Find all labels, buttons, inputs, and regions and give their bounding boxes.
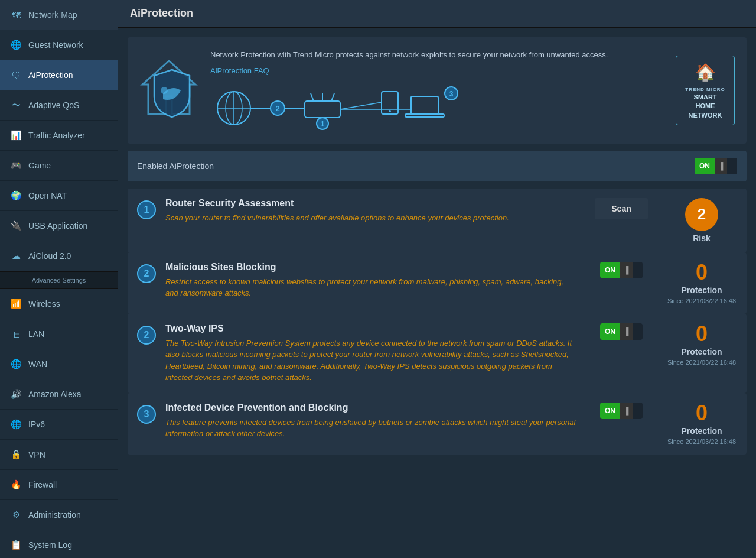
feature-cards: 1Router Security AssessmentScan your rou…	[128, 189, 747, 455]
toggle-on-1: ON	[600, 262, 620, 278]
feature-card-0: 1Router Security AssessmentScan your rou…	[128, 189, 747, 252]
main-content: AiProtection Network Protection with Tre…	[118, 0, 756, 558]
svg-text:3: 3	[449, 90, 454, 98]
sidebar-label-firewall: Firewall	[28, 480, 57, 489]
feature-body-3: Infected Device Prevention and BlockingT…	[165, 403, 576, 440]
toggle-off-3: ▐	[620, 403, 633, 419]
feature-card-2: 2Two-Way IPSThe Two-Way Intrusion Preven…	[128, 314, 747, 393]
toggle-label: Enabled AiProtection	[137, 161, 683, 171]
aiprotection-toggle[interactable]: ON ▐	[695, 158, 737, 174]
sidebar-item-wireless[interactable]: 📶Wireless	[0, 289, 118, 319]
feature-desc-1: Restrict access to known malicious websi…	[165, 276, 576, 299]
sidebar-item-traffic-analyzer[interactable]: 📊Traffic Analyzer	[0, 121, 118, 151]
svg-point-1	[161, 87, 168, 94]
sidebar-label-open-nat: Open NAT	[28, 191, 67, 200]
sidebar-label-network-map: Network Map	[28, 10, 77, 20]
usb-application-icon: 🔌	[9, 219, 22, 232]
sidebar-label-aiprotection: AiProtection	[28, 70, 73, 80]
feature-title-2: Two-Way IPS	[165, 323, 576, 334]
feature-badge-3: 3	[137, 405, 156, 424]
sidebar-item-aicloud[interactable]: ☁AiCloud 2.0	[0, 241, 118, 271]
feature-title-0: Router Security Assessment	[165, 198, 576, 209]
feature-desc-2: The Two-Way Intrusion Prevention System …	[165, 338, 576, 384]
feature-toggle-1[interactable]: ON▐	[600, 262, 643, 278]
sidebar-label-game: Game	[28, 161, 51, 170]
stat-value-3: 0	[696, 403, 708, 424]
stat-label-1: Protection	[681, 286, 722, 295]
ipv6-icon: 🌐	[9, 418, 22, 431]
trend-micro-logo: 🏠 TREND MICRO SMART HOME NETWORK	[676, 56, 735, 126]
feature-desc-0: Scan your router to find vulnerabilities…	[165, 212, 576, 224]
stat-value-1: 0	[696, 262, 708, 283]
sidebar-item-wan[interactable]: 🌐WAN	[0, 349, 118, 379]
feature-card-3: 3Infected Device Prevention and Blocking…	[128, 393, 747, 455]
feature-stat-0: 2 Risk	[666, 198, 737, 243]
guest-network-icon: 🌐	[9, 38, 22, 51]
sidebar-item-aiprotection[interactable]: 🛡AiProtection	[0, 60, 118, 90]
sidebar-label-aicloud: AiCloud 2.0	[28, 251, 71, 261]
svg-text:1: 1	[321, 120, 325, 128]
feature-action-2: ON▐	[586, 323, 657, 340]
svg-line-12	[331, 93, 334, 101]
sidebar: 🗺Network Map🌐Guest Network🛡AiProtection〜…	[0, 0, 118, 558]
sidebar-item-administration[interactable]: ⚙Administration	[0, 500, 118, 530]
toggle-off-2: ▐	[620, 323, 633, 340]
house-shield-icon	[139, 58, 198, 123]
svg-line-15	[340, 102, 382, 109]
amazon-alexa-icon: 🔊	[9, 388, 22, 401]
sidebar-label-wireless: Wireless	[28, 299, 60, 309]
sidebar-label-lan: LAN	[28, 329, 44, 339]
feature-action-3: ON▐	[586, 403, 657, 419]
sidebar-item-guest-network[interactable]: 🌐Guest Network	[0, 30, 118, 60]
sidebar-item-usb-application[interactable]: 🔌USB Application	[0, 211, 118, 241]
feature-title-3: Infected Device Prevention and Blocking	[165, 403, 576, 413]
traffic-analyzer-icon: 📊	[9, 129, 22, 142]
vpn-icon: 🔒	[9, 448, 22, 461]
stat-since-1: Since 2021/03/22 16:48	[667, 297, 736, 304]
feature-action-0: Scan	[586, 198, 657, 219]
aicloud-icon: ☁	[9, 249, 22, 262]
feature-body-0: Router Security AssessmentScan your rout…	[165, 198, 576, 224]
feature-stat-2: 0 Protection Since 2021/03/22 16:48	[666, 323, 737, 366]
feature-title-1: Malicious Sites Blocking	[165, 262, 576, 272]
sidebar-item-vpn[interactable]: 🔒VPN	[0, 440, 118, 470]
sidebar-item-system-log[interactable]: 📋System Log	[0, 530, 118, 558]
network-map-icon: 🗺	[9, 8, 22, 21]
aiprotection-icon: 🛡	[9, 69, 22, 82]
feature-toggle-2[interactable]: ON▐	[600, 323, 643, 340]
sidebar-item-firewall[interactable]: 🔥Firewall	[0, 470, 118, 500]
advanced-settings-header: Advanced Settings	[0, 271, 118, 289]
sidebar-item-ipv6[interactable]: 🌐IPv6	[0, 410, 118, 440]
toggle-on-label: ON	[695, 158, 715, 174]
content-area: Network Protection with Trend Micro prot…	[118, 28, 756, 464]
toggle-on-3: ON	[600, 403, 620, 419]
feature-desc-3: This feature prevents infected devices f…	[165, 417, 576, 440]
feature-stat-3: 0 Protection Since 2021/03/22 16:48	[666, 403, 737, 445]
feature-stat-1: 0 Protection Since 2021/03/22 16:48	[666, 262, 737, 304]
sidebar-item-adaptive-qos[interactable]: 〜Adaptive QoS	[0, 90, 118, 121]
aiprotection-faq-link[interactable]: AiProtection FAQ	[210, 66, 664, 75]
hero-graphic	[139, 58, 198, 123]
svg-rect-9	[305, 101, 340, 118]
feature-toggle-3[interactable]: ON▐	[600, 403, 643, 419]
feature-body-1: Malicious Sites BlockingRestrict access …	[165, 262, 576, 299]
wireless-icon: 📶	[9, 297, 22, 310]
toggle-on-2: ON	[600, 323, 620, 340]
stat-since-2: Since 2021/03/22 16:48	[667, 359, 736, 366]
sidebar-item-game[interactable]: 🎮Game	[0, 151, 118, 181]
sidebar-label-adaptive-qos: Adaptive QoS	[28, 100, 79, 110]
sidebar-item-lan[interactable]: 🖥LAN	[0, 319, 118, 349]
scan-button-0[interactable]: Scan	[595, 198, 647, 219]
feature-badge-0: 1	[137, 200, 156, 219]
sidebar-label-administration: Administration	[28, 510, 81, 520]
sidebar-label-guest-network: Guest Network	[28, 40, 83, 50]
sidebar-item-open-nat[interactable]: 🌍Open NAT	[0, 181, 118, 211]
svg-text:2: 2	[275, 104, 279, 113]
stat-since-3: Since 2021/03/22 16:48	[667, 438, 736, 445]
svg-line-10	[311, 93, 314, 101]
open-nat-icon: 🌍	[9, 189, 22, 202]
feature-badge-1: 2	[137, 264, 156, 283]
sidebar-label-traffic-analyzer: Traffic Analyzer	[28, 131, 85, 140]
sidebar-item-amazon-alexa[interactable]: 🔊Amazon Alexa	[0, 379, 118, 410]
sidebar-item-network-map[interactable]: 🗺Network Map	[0, 0, 118, 30]
